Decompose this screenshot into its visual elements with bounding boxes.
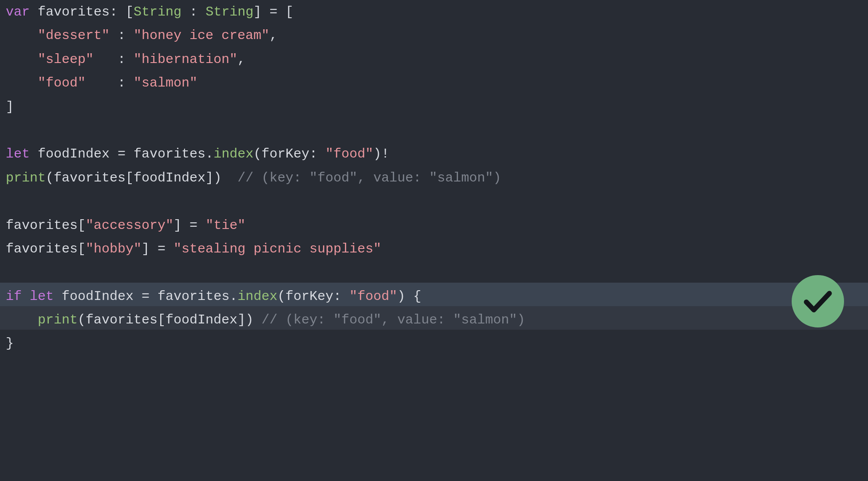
arg-label-forkey: forKey (261, 146, 309, 162)
type-string-value: String (205, 4, 253, 20)
success-badge (792, 275, 844, 327)
identifier-foodindex-2: foodIndex (62, 289, 134, 304)
subscript-key-accessory: "accessory" (86, 218, 174, 233)
keyword-let-2: let (30, 289, 54, 304)
code-block: var favorites: [String : String] = [ "de… (0, 0, 868, 356)
type-string-key: String (134, 4, 181, 20)
subscript-key-hobby: "hobby" (86, 241, 142, 256)
close-brace: } (6, 336, 14, 351)
close-bracket: ] (6, 99, 14, 114)
dict-key-dessert: "dessert" (38, 28, 110, 43)
subscript-val-stealing: "stealing picnic supplies" (174, 241, 381, 256)
dict-val-salmon: "salmon" (134, 75, 197, 91)
dict-key-food: "food" (38, 75, 86, 91)
subscript-val-tie: "tie" (205, 218, 245, 233)
dict-key-sleep: "sleep" (38, 52, 94, 67)
dict-val-honey-ice-cream: "honey ice cream" (134, 28, 269, 43)
method-index: index (213, 146, 253, 162)
dict-val-hibernation: "hibernation" (134, 52, 237, 67)
func-print-2: print (38, 312, 78, 327)
comment-output-1: // (key: "food", value: "salmon") (237, 170, 501, 185)
keyword-if: if (6, 289, 22, 304)
comment-output-2: // (key: "food", value: "salmon") (261, 312, 525, 327)
arg-value-food-2: "food" (349, 289, 397, 304)
keyword-var: var (6, 4, 30, 20)
identifier-foodindex: foodIndex (38, 146, 110, 162)
method-index-2: index (237, 289, 277, 304)
keyword-let: let (6, 146, 30, 162)
func-print: print (6, 170, 46, 185)
code-editor: var favorites: [String : String] = [ "de… (0, 0, 868, 481)
check-icon (801, 284, 835, 319)
identifier-favorites: favorites (38, 4, 110, 20)
arg-value-food: "food" (325, 146, 373, 162)
